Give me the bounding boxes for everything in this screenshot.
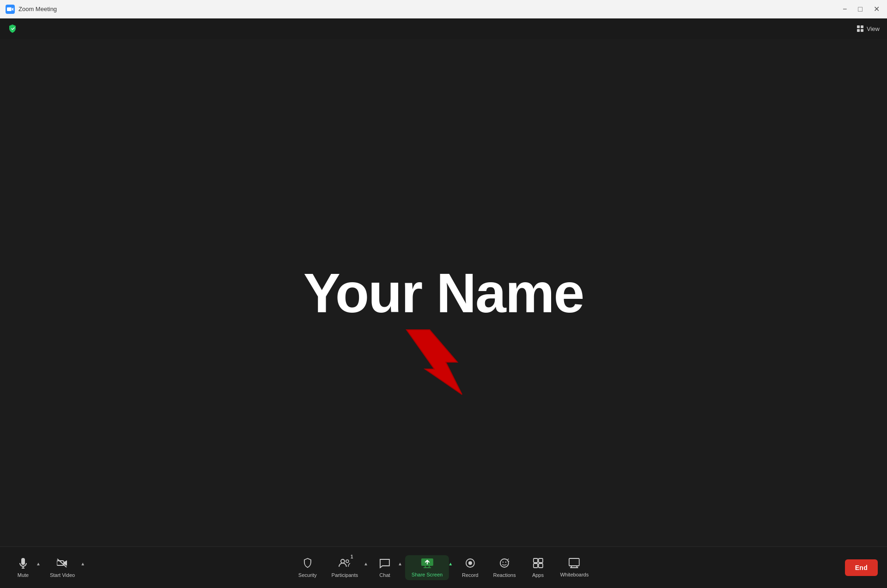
title-bar: Zoom Meeting − □ ✕ bbox=[0, 0, 887, 18]
title-bar-title: Zoom Meeting bbox=[18, 6, 57, 12]
svg-rect-4 bbox=[861, 29, 863, 32]
app-window: Zoom Meeting − □ ✕ bbox=[0, 0, 887, 588]
apps-icon bbox=[532, 558, 543, 570]
record-label: Record bbox=[462, 572, 478, 578]
mute-button[interactable]: Mute bbox=[9, 555, 37, 581]
toolbar-right: End bbox=[845, 559, 878, 576]
svg-rect-21 bbox=[538, 564, 542, 568]
meeting-top-bar: View bbox=[0, 18, 887, 39]
chat-chevron[interactable]: ▲ bbox=[397, 561, 403, 566]
view-btn-inner[interactable]: View bbox=[857, 25, 880, 32]
video-chevron[interactable]: ▲ bbox=[79, 561, 86, 566]
view-button[interactable]: View bbox=[857, 25, 880, 32]
svg-point-10 bbox=[346, 560, 349, 563]
svg-rect-1 bbox=[857, 25, 860, 28]
svg-marker-5 bbox=[407, 330, 462, 394]
security-shield-icon bbox=[7, 24, 18, 34]
close-button[interactable]: ✕ bbox=[872, 5, 881, 14]
record-button[interactable]: Record bbox=[456, 555, 485, 581]
svg-rect-22 bbox=[569, 558, 579, 566]
arrow-annotation bbox=[379, 321, 471, 415]
view-label: View bbox=[867, 25, 880, 32]
svg-point-16 bbox=[503, 561, 504, 562]
svg-rect-3 bbox=[857, 29, 860, 32]
share-screen-label: Share Screen bbox=[412, 572, 443, 577]
mute-icon bbox=[18, 558, 29, 570]
svg-point-15 bbox=[500, 559, 509, 567]
apps-button[interactable]: Apps bbox=[524, 555, 552, 581]
svg-point-17 bbox=[505, 561, 506, 562]
security-label: Security bbox=[298, 572, 317, 578]
share-screen-button[interactable]: Share Screen bbox=[405, 555, 449, 580]
whiteboards-label: Whiteboards bbox=[560, 572, 589, 577]
start-video-group: Start Video ▲ bbox=[43, 555, 86, 581]
svg-point-14 bbox=[468, 561, 472, 565]
start-video-button[interactable]: Start Video bbox=[43, 555, 81, 581]
toolbar: Mute ▲ Start Video bbox=[0, 546, 887, 588]
security-icon bbox=[302, 558, 313, 570]
chat-label: Chat bbox=[379, 572, 390, 578]
toolbar-left: Mute ▲ Start Video bbox=[9, 555, 86, 581]
svg-point-9 bbox=[341, 559, 345, 563]
participants-button[interactable]: 1 Participants bbox=[325, 555, 365, 581]
svg-rect-20 bbox=[533, 564, 537, 568]
participants-count: 1 bbox=[351, 555, 353, 559]
svg-rect-2 bbox=[861, 25, 863, 28]
start-video-icon bbox=[57, 558, 68, 570]
participants-group: 1 Participants ▲ bbox=[325, 555, 369, 581]
reactions-button[interactable]: Reactions bbox=[487, 555, 522, 581]
title-bar-controls: − □ ✕ bbox=[841, 5, 881, 14]
title-bar-left: Zoom Meeting bbox=[6, 5, 57, 14]
apps-label: Apps bbox=[532, 572, 544, 578]
participants-icon: 1 bbox=[338, 558, 351, 570]
mute-group: Mute ▲ bbox=[9, 555, 42, 581]
minimize-button[interactable]: − bbox=[841, 5, 849, 14]
video-area: Your Name bbox=[0, 39, 887, 546]
security-shield-container bbox=[7, 24, 18, 34]
toolbar-center: Security 1 Participa bbox=[292, 555, 595, 581]
reactions-label: Reactions bbox=[493, 572, 516, 578]
zoom-logo-icon bbox=[6, 5, 15, 14]
reactions-icon bbox=[499, 558, 510, 570]
security-button[interactable]: Security bbox=[292, 555, 323, 581]
share-screen-chevron[interactable]: ▲ bbox=[447, 561, 454, 566]
share-screen-group: Share Screen ▲ bbox=[405, 555, 454, 580]
mute-chevron[interactable]: ▲ bbox=[35, 561, 42, 566]
main-area: View Your Name bbox=[0, 18, 887, 588]
chat-button[interactable]: Chat bbox=[371, 555, 399, 581]
svg-rect-18 bbox=[533, 558, 537, 563]
view-grid-icon bbox=[857, 25, 864, 32]
record-icon bbox=[465, 558, 476, 570]
end-button[interactable]: End bbox=[845, 559, 878, 576]
participants-label: Participants bbox=[332, 572, 358, 578]
start-video-label: Start Video bbox=[50, 572, 75, 578]
chat-icon bbox=[379, 558, 390, 570]
svg-rect-19 bbox=[538, 558, 542, 563]
chat-group: Chat ▲ bbox=[371, 555, 403, 581]
share-screen-icon bbox=[420, 558, 433, 570]
participants-chevron[interactable]: ▲ bbox=[363, 561, 369, 566]
whiteboards-button[interactable]: Whiteboards bbox=[553, 555, 595, 580]
whiteboards-icon bbox=[569, 558, 580, 570]
mute-label: Mute bbox=[18, 572, 29, 578]
maximize-button[interactable]: □ bbox=[856, 5, 864, 14]
red-arrow-icon bbox=[379, 321, 471, 413]
participant-name-display: Your Name bbox=[304, 261, 584, 325]
